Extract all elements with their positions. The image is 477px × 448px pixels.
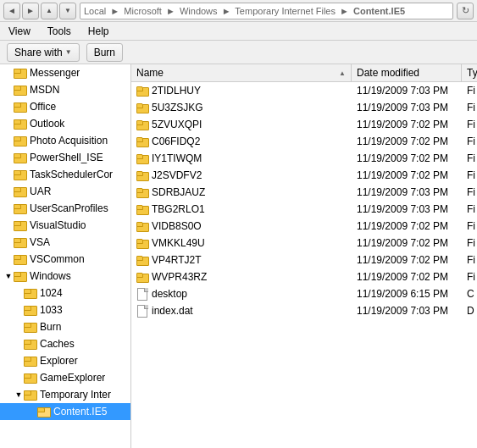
sidebar-item-explorer[interactable]: Explorer	[0, 352, 130, 369]
file-date-cell: 11/19/2009 7:02 PM	[352, 253, 462, 267]
file-name-cell: VP4RTJ2T	[131, 253, 352, 267]
burn-button[interactable]: Burn	[86, 43, 123, 62]
folder-icon	[136, 220, 148, 232]
folder-icon	[14, 66, 27, 80]
column-header-type[interactable]: Ty	[462, 64, 477, 81]
sidebar-item-label: VSCommon	[30, 253, 85, 265]
sidebar-item-userscanprofiles[interactable]: UserScanProfiles	[0, 200, 130, 217]
forward-button[interactable]: ►	[22, 3, 39, 19]
share-with-button[interactable]: Share with ▼	[7, 43, 80, 62]
file-name-label: 2TIDLHUY	[152, 85, 201, 97]
menu-help[interactable]: Help	[85, 24, 113, 39]
sidebar-item-windows[interactable]: ▼ Windows	[0, 268, 130, 285]
file-type-cell: Fi	[462, 169, 477, 182]
file-name-cell: VMKKL49U	[131, 236, 352, 250]
sidebar-item-vsa[interactable]: VSA	[0, 234, 130, 251]
sidebar-item-label: Office	[30, 101, 56, 113]
file-name-cell: 5U3ZSJKG	[131, 101, 352, 114]
table-row[interactable]: 2TIDLHUY 11/19/2009 7:03 PM Fi	[131, 82, 477, 99]
column-header-date[interactable]: Date modified	[352, 64, 462, 81]
back-button[interactable]: ◄	[3, 3, 20, 19]
sidebar-item-taskscheduler[interactable]: TaskSchedulerCor	[0, 166, 130, 183]
column-date-label: Date modified	[357, 67, 419, 79]
file-name-cell: TBG2RLO1	[131, 202, 352, 216]
folder-icon	[14, 151, 27, 164]
sidebar-item-temporary-internet[interactable]: ▼ Temporary Inter	[0, 386, 130, 403]
sidebar-item-gameexplorer[interactable]: GameExplorer	[0, 369, 130, 386]
sidebar-item-label: VSA	[30, 236, 50, 248]
table-row[interactable]: 5ZVUXQPI 11/19/2009 7:02 PM Fi	[131, 116, 477, 133]
sidebar-item-label: UAR	[30, 185, 51, 197]
table-row[interactable]: J2SVDFV2 11/19/2009 7:02 PM Fi	[131, 167, 477, 184]
sidebar-item-visualstudio[interactable]: VisualStudio	[0, 217, 130, 234]
column-header-name[interactable]: Name ▲	[131, 64, 352, 81]
table-row[interactable]: VMKKL49U 11/19/2009 7:02 PM Fi	[131, 235, 477, 252]
sidebar-item-caches[interactable]: Caches	[0, 335, 130, 352]
file-list-container[interactable]: Name ▲ Date modified Ty 2TIDLHUY 11/19/2…	[131, 64, 477, 448]
file-date-cell: 11/19/2009 7:02 PM	[352, 270, 462, 284]
file-type-cell: D	[462, 304, 477, 318]
file-type-cell: C	[462, 287, 477, 301]
file-name-label: SDRBJАUZ	[152, 186, 205, 198]
sidebar-item-office[interactable]: Office	[0, 98, 130, 115]
folder-icon	[24, 388, 37, 401]
sidebar-item-1024[interactable]: 1024	[0, 285, 130, 301]
table-row[interactable]: TBG2RLO1 11/19/2009 7:03 PM Fi	[131, 201, 477, 218]
file-type-cell: Fi	[462, 219, 477, 233]
share-with-label: Share with	[14, 47, 63, 58]
file-name-cell: IY1TIWQM	[131, 152, 352, 165]
sidebar-item-photo-acquisition[interactable]: Photo Acquisition	[0, 132, 130, 149]
sidebar-item-outlook[interactable]: Outlook	[0, 115, 130, 132]
recent-button[interactable]: ▼	[59, 3, 76, 19]
file-name-cell: WVPR43RZ	[131, 270, 352, 284]
folder-icon	[14, 235, 27, 249]
toolbar: Share with ▼ Burn	[0, 41, 477, 64]
sidebar-item-label: Photo Acquisition	[30, 135, 108, 147]
folder-icon	[14, 168, 27, 181]
folder-icon	[14, 100, 27, 113]
table-row[interactable]: WVPR43RZ 11/19/2009 7:02 PM Fi	[131, 268, 477, 285]
table-row[interactable]: SDRBJАUZ 11/19/2009 7:03 PM Fi	[131, 184, 477, 201]
sidebar-item-content-ie5[interactable]: Content.IE5	[0, 403, 130, 420]
folder-icon	[136, 102, 148, 113]
folder-icon	[24, 371, 37, 384]
sort-arrow-icon: ▲	[339, 69, 346, 77]
sidebar-item-burn[interactable]: Burn	[0, 318, 130, 335]
sidebar[interactable]: Messenger MSDN Office Outlook Photo Acqu…	[0, 64, 131, 448]
folder-icon	[24, 320, 37, 334]
table-row[interactable]: VP4RTJ2T 11/19/2009 7:02 PM Fi	[131, 252, 477, 268]
file-type-cell: Fi	[462, 185, 477, 199]
table-row[interactable]: 5U3ZSJKG 11/19/2009 7:03 PM Fi	[131, 99, 477, 116]
file-type-cell: Fi	[462, 84, 477, 97]
menu-bar: View Tools Help	[0, 22, 477, 41]
sidebar-item-powershell-ise[interactable]: PowerShell_ISE	[0, 149, 130, 166]
file-date-cell: 11/19/2009 7:02 PM	[352, 135, 462, 148]
file-name-label: IY1TIWQM	[152, 152, 202, 164]
file-name-cell: C06FIDQ2	[131, 135, 352, 148]
file-date-cell: 11/19/2009 7:03 PM	[352, 202, 462, 216]
table-row[interactable]: VIDB8S0O 11/19/2009 7:02 PM Fi	[131, 218, 477, 235]
table-row[interactable]: IY1TIWQM 11/19/2009 7:02 PM Fi	[131, 150, 477, 167]
table-row[interactable]: index.dat 11/19/2009 7:03 PM D	[131, 302, 477, 319]
file-name-cell: VIDB8S0O	[131, 219, 352, 233]
sidebar-item-messenger[interactable]: Messenger	[0, 64, 130, 81]
sidebar-item-1033[interactable]: 1033	[0, 301, 130, 318]
menu-view[interactable]: View	[5, 24, 34, 39]
sidebar-item-vscommon[interactable]: VSCommon	[0, 251, 130, 268]
file-type-cell: Fi	[462, 135, 477, 148]
sidebar-item-msdn[interactable]: MSDN	[0, 81, 130, 98]
table-row[interactable]: C06FIDQ2 11/19/2009 7:02 PM Fi	[131, 133, 477, 150]
breadcrumb-bar[interactable]: Local ► Microsoft ► Windows ► Temporary …	[80, 3, 453, 19]
file-name-label: C06FIDQ2	[152, 136, 200, 147]
folder-icon	[14, 134, 27, 147]
folder-icon	[14, 269, 27, 283]
file-name-label: TBG2RLO1	[152, 203, 205, 215]
refresh-button[interactable]: ↻	[457, 3, 474, 19]
menu-tools[interactable]: Tools	[44, 24, 75, 39]
folder-icon	[136, 186, 148, 198]
table-row[interactable]: desktop 11/19/2009 6:15 PM C	[131, 285, 477, 302]
folder-icon	[136, 136, 148, 147]
up-button[interactable]: ▲	[41, 3, 58, 19]
folder-icon	[136, 169, 148, 181]
sidebar-item-uar[interactable]: UAR	[0, 183, 130, 200]
